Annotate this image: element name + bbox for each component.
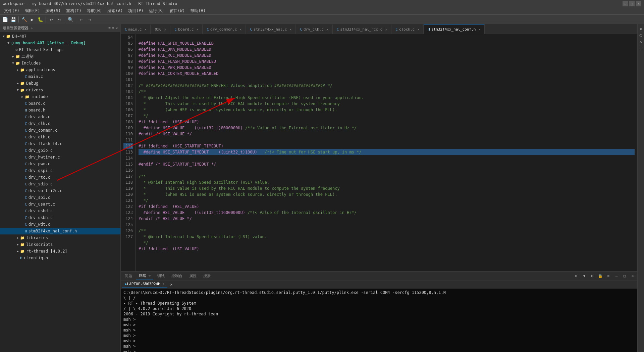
- code-content[interactable]: #define HAL_GPIO_MODULE_ENABLED #define …: [136, 34, 637, 271]
- menu-edit[interactable]: 编辑(E): [22, 7, 43, 14]
- tree-item-drv-softi2c[interactable]: C drv_soft_i2c.c: [0, 187, 120, 194]
- tab-boardc-close[interactable]: ✕: [196, 28, 198, 31]
- terminal-toolbar-btn7[interactable]: □: [621, 273, 628, 279]
- tree-item-boardh[interactable]: H board.h: [0, 107, 120, 114]
- terminal-toolbar-btn2[interactable]: ▼: [581, 273, 588, 279]
- tab-stm32hal[interactable]: C stm32f4xx_hal.c ✕: [246, 25, 296, 34]
- bottom-tab-console[interactable]: 控制台: [169, 273, 185, 279]
- tree-item-debug[interactable]: ▶ 📁 Debug: [0, 80, 120, 87]
- tree-item-drv-usbh[interactable]: C drv_usbh.c: [0, 214, 120, 221]
- tree-item-drv-eth[interactable]: C drv_eth.c: [0, 134, 120, 140]
- menu-window[interactable]: 窗口(W): [167, 7, 188, 14]
- terminal-toolbar-btn8[interactable]: ✕: [629, 273, 636, 279]
- redo-button[interactable]: ↪: [56, 16, 63, 23]
- tree-item-drv-qspi[interactable]: C drv_qspi.c: [0, 167, 120, 174]
- terminal-toolbar-btn1[interactable]: ⊞: [573, 273, 580, 279]
- tree-item-drv-flash[interactable]: C drv_flash_f4.c: [0, 140, 120, 147]
- tree-item-drv-usart[interactable]: C drv_usart.c: [0, 201, 120, 208]
- sidebar-menu-icon[interactable]: ⊕: [112, 26, 114, 30]
- rs-icon-2[interactable]: ⬡: [638, 32, 644, 38]
- tree-item-rtconfigh[interactable]: H rtconfig.h: [0, 255, 120, 261]
- menu-refactor[interactable]: 重构(T): [63, 7, 84, 14]
- tree-item-applications[interactable]: ▶ 📁 applications: [0, 67, 120, 73]
- terminal-tab-close[interactable]: ✕: [170, 282, 172, 287]
- tab-mainc-close[interactable]: ✕: [144, 28, 146, 31]
- tree-item-rtthread[interactable]: ▶ 📁 rt-thread [4.0.2]: [0, 248, 120, 255]
- menu-nav[interactable]: 导航(N): [84, 7, 105, 14]
- tree-item-drv-hwtimer[interactable]: C drv_hwtimer.c: [0, 154, 120, 161]
- rs-icon-3[interactable]: ⚙: [638, 39, 644, 45]
- menu-file[interactable]: 文件(F): [1, 7, 22, 14]
- tab-0x0-close[interactable]: ✕: [164, 28, 166, 31]
- undo-button[interactable]: ↩: [48, 16, 55, 23]
- tree-item-myboard[interactable]: ▼ ⬡ my-board-407 [Active - Debug]: [0, 40, 120, 46]
- terminal-toolbar-btn5[interactable]: ⊕: [605, 273, 612, 279]
- terminal-content[interactable]: C:\Users\Bruce>D:/RT-ThreadStudio/plugin…: [121, 289, 637, 352]
- tab-stm32hal-close[interactable]: ✕: [289, 28, 291, 31]
- tree-item-linkscripts[interactable]: ▶ 📁 linkscripts: [0, 241, 120, 248]
- tab-drvcommon[interactable]: C drv_common.c ✕: [203, 25, 246, 34]
- tree-item-drv-usbd[interactable]: C drv_usbd.c: [0, 208, 120, 214]
- tab-drvclk-close[interactable]: ✕: [326, 28, 328, 31]
- back-button[interactable]: ←: [78, 16, 85, 23]
- tree-item-libraries[interactable]: ▶ 📁 libraries: [0, 234, 120, 241]
- menu-search[interactable]: 搜索(A): [105, 7, 125, 14]
- new-button[interactable]: 📄: [1, 16, 9, 23]
- tab-stm32conf[interactable]: H stm32f4xx_hal_conf.h ✕: [424, 25, 485, 34]
- tree-item-drv-wdt[interactable]: C drv_wdt.c: [0, 221, 120, 228]
- tree-item-drv-sdio[interactable]: C drv_sdio.c: [0, 181, 120, 187]
- tab-clockc-close[interactable]: ✕: [417, 28, 419, 31]
- tab-stm32halrcc[interactable]: C stm32f4xx_hal_rcc.c ✕: [333, 25, 392, 34]
- rs-icon-1[interactable]: ◉: [638, 26, 644, 32]
- terminal-toolbar-btn4[interactable]: 🔒: [597, 273, 604, 279]
- menu-project[interactable]: 项目(P): [125, 7, 146, 14]
- close-button[interactable]: ×: [636, 1, 641, 6]
- tree-item-boardc[interactable]: C board.c: [0, 100, 120, 107]
- rs-icon-4[interactable]: ☰: [638, 46, 644, 52]
- tab-stm32conf-close[interactable]: ✕: [478, 28, 480, 31]
- tree-item-include[interactable]: ▶ 📁 include: [0, 93, 120, 100]
- debug-button[interactable]: 🐛: [37, 16, 44, 23]
- tree-item-mainc[interactable]: C main.c: [0, 73, 120, 80]
- tab-boardc[interactable]: C board.c ✕: [170, 25, 203, 34]
- tab-stm32halrcc-close[interactable]: ✕: [385, 28, 387, 31]
- tree-item-drv-pwm[interactable]: C drv_pwm.c: [0, 161, 120, 167]
- tree-item-drv-spi[interactable]: C drv_spi.c: [0, 194, 120, 201]
- run-button[interactable]: ▶: [29, 16, 36, 23]
- tree-item-drv-adc[interactable]: C drv_adc.c: [0, 114, 120, 120]
- tree-item-drv-clk[interactable]: C drv_clk.c: [0, 120, 120, 127]
- tree-item-includes[interactable]: ▼ 📁 Includes: [0, 60, 120, 67]
- tree-item-rtsettings[interactable]: ⚙ RT-Thread Settings: [0, 46, 120, 53]
- tab-clockc[interactable]: C clock.c ✕: [391, 25, 424, 34]
- terminal-toolbar-btn3[interactable]: ⊡: [589, 273, 596, 279]
- maximize-button[interactable]: □: [629, 1, 635, 6]
- tab-mainc[interactable]: C main.c ✕: [121, 25, 151, 34]
- tab-drvcommon-close[interactable]: ✕: [239, 28, 241, 31]
- tree-item-drv-rtc[interactable]: C drv_rtc.c: [0, 174, 120, 181]
- bottom-tab-search[interactable]: 搜索: [201, 273, 213, 279]
- menu-help[interactable]: 帮助(H): [187, 7, 208, 14]
- menu-source[interactable]: 源码(S): [43, 7, 63, 14]
- bottom-tab-problems[interactable]: 问题: [122, 273, 135, 279]
- bottom-tab-debug[interactable]: 调试: [155, 273, 167, 279]
- tab-0x0[interactable]: 0x0 ✕: [151, 25, 170, 34]
- tree-item-drv-common[interactable]: C drv_common.c: [0, 127, 120, 134]
- sidebar-close-icon[interactable]: ✕: [115, 26, 118, 30]
- terminal-toolbar-btn6[interactable]: —: [613, 273, 620, 279]
- bottom-tab-properties[interactable]: 属性: [186, 273, 199, 279]
- save-button[interactable]: 💾: [9, 16, 17, 23]
- search-toolbar-button[interactable]: 🔍: [67, 16, 74, 23]
- tree-item-drv-gpio[interactable]: C drv_gpio.c: [0, 147, 120, 154]
- minimize-button[interactable]: —: [623, 1, 628, 6]
- build-button[interactable]: 🔨: [20, 16, 28, 23]
- menu-run[interactable]: 运行(R): [146, 7, 167, 14]
- bottom-tab-terminal[interactable]: 终端 ☆: [136, 272, 153, 279]
- tree-item-stm32conf[interactable]: H stm32f4xx_hal_conf.h: [0, 228, 120, 234]
- tree-item-drivers[interactable]: ▼ 📁 drivers: [0, 87, 120, 93]
- tab-drvclk[interactable]: C drv_clk.c ✕: [296, 25, 332, 34]
- terminal-tab-laptop[interactable]: ▶ LAPTOP-6B63P24H ☆: [122, 280, 167, 288]
- sidebar-collapse-icon[interactable]: ≡: [108, 26, 111, 30]
- tree-item-bh407[interactable]: ▼ 📁 BH-407: [0, 33, 120, 40]
- forward-button[interactable]: →: [86, 16, 93, 23]
- tree-item-binary[interactable]: ▶ 📁 二进制: [0, 53, 120, 60]
